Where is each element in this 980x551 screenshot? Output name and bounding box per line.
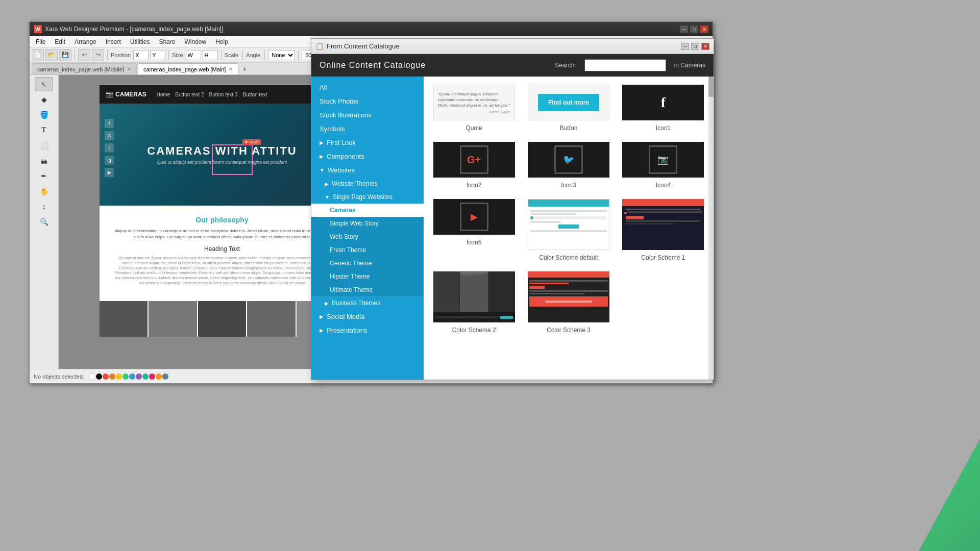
nav-website-themes[interactable]: ▶ Website Themes (311, 177, 424, 190)
find-out-more-btn[interactable]: Find out more (538, 94, 599, 111)
grid-item-button[interactable]: Find out more Button (526, 85, 610, 132)
undo-btn[interactable]: ↩ (78, 49, 90, 61)
nav-social-media[interactable]: ▶ Social Media (311, 310, 424, 323)
components-chevron: ▶ (320, 154, 324, 159)
icon3-thumb[interactable]: 🐦 (526, 142, 610, 178)
menu-file[interactable]: File (32, 37, 50, 46)
nav-fresh-theme[interactable]: Fresh Theme (311, 243, 424, 257)
colorscheme-2-thumb[interactable] (432, 271, 516, 322)
quote-thumb[interactable]: "Quote incididunt aliqua. Ullamco cupida… (432, 85, 516, 120)
tab-main[interactable]: cameras_index_page.web [Main] ✕ (138, 63, 238, 74)
menu-insert[interactable]: Insert (102, 37, 125, 46)
color-amber[interactable] (156, 373, 162, 380)
minimize-button[interactable]: ─ (680, 26, 688, 33)
icon5-thumb[interactable]: ▶ (432, 199, 516, 235)
h-input[interactable] (203, 50, 218, 60)
none-select[interactable]: None (268, 50, 295, 60)
color-teal[interactable] (142, 373, 149, 380)
color-yellow[interactable] (116, 373, 122, 380)
color-purple[interactable] (136, 373, 142, 380)
new-btn[interactable]: 📄 (32, 49, 44, 61)
fill-tool[interactable]: 🪣 (35, 108, 53, 122)
scrollbar-thumb[interactable] (708, 77, 714, 97)
icon4-thumb[interactable]: 📷 (621, 142, 705, 178)
nav-web-story[interactable]: Web Story (311, 230, 424, 243)
grid-item-quote[interactable]: "Quote incididunt aliqua. Ullamco cupida… (432, 85, 516, 132)
tab-main-close[interactable]: ✕ (229, 66, 233, 72)
dialogue-close[interactable]: ✕ (701, 43, 709, 50)
color-black[interactable] (96, 373, 102, 380)
menu-share[interactable]: Share (155, 37, 179, 46)
nav-ultimate-theme[interactable]: Ultimate Theme (311, 283, 424, 296)
grid-item-icon5[interactable]: ▶ Icon5 (432, 199, 516, 261)
pen-tool[interactable]: ✒ (35, 169, 53, 183)
open-btn[interactable]: 📂 (45, 49, 58, 61)
nav-symbols[interactable]: Symbols (311, 122, 424, 136)
maximize-button[interactable]: □ (690, 26, 698, 33)
color-white[interactable] (89, 373, 95, 380)
color-blue[interactable] (129, 373, 135, 380)
colorscheme-1-thumb[interactable] (621, 199, 705, 250)
nav-generic-theme[interactable]: Generic Theme (311, 257, 424, 270)
move-tool[interactable]: ✋ (35, 184, 53, 198)
colorscheme-default-thumb[interactable] (526, 199, 610, 250)
push-tool[interactable]: ↕ (35, 199, 53, 214)
nav-simple-web-story-label: Simple Web Story (330, 220, 379, 227)
grid-item-colorscheme-2[interactable]: Color Scheme 2 (432, 271, 516, 334)
grid-item-icon2[interactable]: G+ Icon2 (432, 142, 516, 189)
color-orange[interactable] (109, 373, 115, 380)
button-thumb[interactable]: Find out more (526, 85, 610, 120)
nav-websites[interactable]: ▼ Websites (311, 163, 424, 177)
grid-item-icon1[interactable]: f Icon1 (621, 85, 705, 132)
catalogue-scrollbar[interactable] (708, 77, 714, 380)
color-slate[interactable] (162, 373, 168, 380)
menu-window[interactable]: Window (180, 37, 210, 46)
node-tool[interactable]: ◆ (35, 92, 53, 107)
grid-item-icon4[interactable]: 📷 Icon4 (621, 142, 705, 189)
color-red[interactable] (103, 373, 109, 380)
grid-item-colorscheme-default[interactable]: Color Scheme default (526, 199, 610, 261)
nav-business-themes-label: Business Themes (332, 299, 380, 307)
zoom-tool[interactable]: 🔍 (35, 215, 53, 229)
nav-stock-illustrations[interactable]: Stock Illustrations (311, 108, 424, 122)
icon1-thumb[interactable]: f (621, 85, 705, 120)
select-tool[interactable]: ↖ (35, 77, 53, 91)
color-green[interactable] (122, 373, 129, 380)
text-tool[interactable]: T (35, 123, 53, 137)
nav-single-page[interactable]: ▼ Single Page Websites (311, 190, 424, 204)
nav-first-look[interactable]: ▶ First Look (311, 136, 424, 149)
tab-mobile[interactable]: cameras_index_page.web [Mobile] ✕ (32, 63, 137, 74)
save-btn[interactable]: 💾 (59, 49, 71, 61)
nav-social-media-label: Social Media (327, 313, 364, 320)
menu-arrange[interactable]: Arrange (70, 37, 101, 46)
grid-item-colorscheme-1[interactable]: Color Scheme 1 (621, 199, 705, 261)
icon2-thumb[interactable]: G+ (432, 142, 516, 178)
menu-utilities[interactable]: Utilities (126, 37, 154, 46)
tab-add[interactable]: + (239, 63, 250, 74)
dialogue-maximize[interactable]: □ (691, 43, 699, 50)
nav-simple-web-story[interactable]: Simple Web Story (311, 217, 424, 230)
close-button[interactable]: ✕ (700, 26, 708, 33)
search-input[interactable] (584, 59, 666, 71)
dialogue-minimize[interactable]: ─ (681, 43, 689, 50)
colorscheme-3-thumb[interactable] (526, 271, 610, 322)
nav-cameras[interactable]: Cameras (311, 204, 424, 217)
shape-tool[interactable]: ⬜ (35, 138, 53, 153)
photo-tool[interactable]: 📷 (35, 154, 53, 168)
x-input[interactable] (133, 50, 149, 60)
redo-btn[interactable]: ↪ (92, 49, 104, 61)
menu-edit[interactable]: Edit (51, 37, 69, 46)
menu-help[interactable]: Help (211, 37, 232, 46)
nav-business-themes[interactable]: ▶ Business Themes (311, 296, 424, 310)
grid-item-icon3[interactable]: 🐦 Icon3 (526, 142, 610, 189)
w-input[interactable] (186, 50, 201, 60)
nav-all[interactable]: All (311, 81, 424, 94)
nav-components[interactable]: ▶ Components (311, 149, 424, 163)
nav-presentations[interactable]: ▶ Presentations (311, 323, 424, 337)
tab-mobile-close[interactable]: ✕ (127, 66, 131, 72)
nav-stock-photos[interactable]: Stock Photos (311, 94, 424, 108)
grid-item-colorscheme-3[interactable]: Color Scheme 3 (526, 271, 610, 334)
nav-hipster-theme[interactable]: Hipster Theme (311, 270, 424, 283)
y-input[interactable] (150, 50, 165, 60)
color-pink[interactable] (149, 373, 155, 380)
